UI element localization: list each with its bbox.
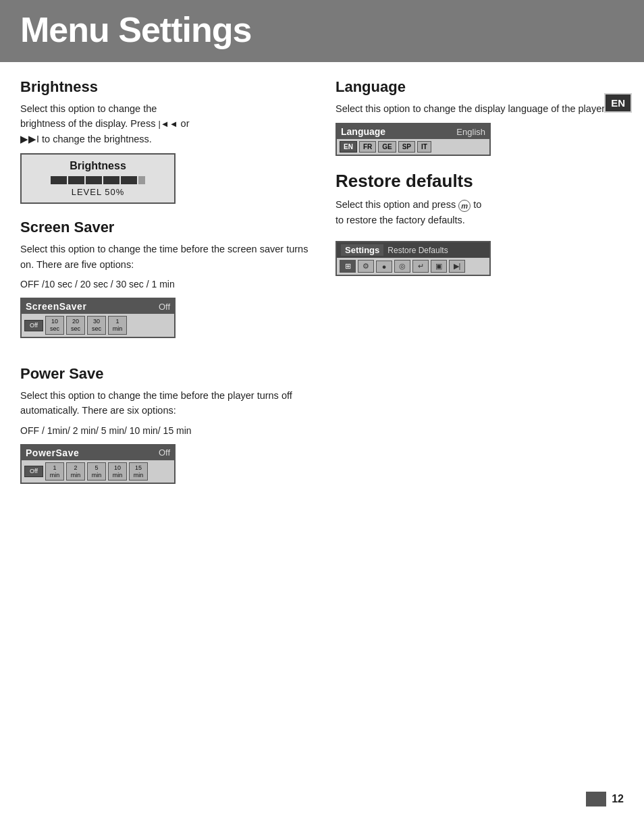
restore-defaults-description: Select this option and press m to to res… xyxy=(336,197,624,227)
settings-screen: Settings Restore Defaults ⊞ ⚙ ● ◎ ↵ ▣ ▶| xyxy=(336,241,491,276)
ps-option-2min: 2min xyxy=(66,462,85,481)
brightness-screen-title: Brightness xyxy=(28,160,167,172)
language-screen: Language English EN FR GE SP IT xyxy=(336,123,491,156)
page-number: 12 xyxy=(612,793,624,805)
ss-option-10sec: 10sec xyxy=(45,316,64,335)
lang-it: IT xyxy=(417,141,431,153)
settings-icon-square: ▣ xyxy=(431,260,447,273)
brightness-bar xyxy=(28,176,167,184)
settings-icon-enter: ↵ xyxy=(412,260,429,273)
en-badge: EN xyxy=(604,93,632,113)
brightness-section: Brightness Select this option to change … xyxy=(20,78,308,204)
page-header: Menu Settings xyxy=(0,0,644,62)
bar-seg-2 xyxy=(68,176,84,184)
restore-to-text: to xyxy=(473,199,481,210)
settings-icon-gear: ⚙ xyxy=(358,260,374,273)
brightness-screen: Brightness LEVEL 50% xyxy=(20,153,176,204)
language-screen-title: Language xyxy=(341,126,385,137)
ss-option-20sec: 20sec xyxy=(66,316,85,335)
screen-saver-heading: Screen Saver xyxy=(20,219,308,236)
screen-saver-screen-bottom: Off 10sec 20sec 30sec 1min xyxy=(22,314,174,337)
ps-option-5min: 5min xyxy=(87,462,106,481)
screen-saver-screen-title: ScreenSaver xyxy=(26,301,86,312)
brightness-level: LEVEL 50% xyxy=(28,187,167,197)
language-section: Language Select this option to change th… xyxy=(336,78,624,156)
skip-back-icon: |◄◄ xyxy=(158,119,178,130)
settings-icon-circle: ● xyxy=(376,261,392,273)
screen-saver-options: OFF /10 sec / 20 sec / 30 sec / 1 min xyxy=(20,279,308,290)
screen-saver-description: Select this option to change the time be… xyxy=(20,242,308,272)
lang-fr: FR xyxy=(359,141,376,153)
settings-screen-bottom: ⊞ ⚙ ● ◎ ↵ ▣ ▶| xyxy=(337,258,489,275)
power-save-description: Select this option to change the time be… xyxy=(20,388,308,418)
ps-option-15min: 15min xyxy=(129,462,148,481)
settings-icon-play: ▶| xyxy=(449,260,465,273)
ps-option-off: Off xyxy=(24,466,43,477)
power-save-heading: Power Save xyxy=(20,365,308,383)
settings-icon-grid: ⊞ xyxy=(340,260,356,273)
page-number-area: 12 xyxy=(586,792,624,807)
right-column: Language Select this option to change th… xyxy=(336,78,624,511)
settings-screen-top: Settings Restore Defaults xyxy=(337,242,489,258)
lang-ge: GE xyxy=(378,141,396,153)
language-screen-value: English xyxy=(456,127,485,137)
settings-restore-text: Restore Defaults xyxy=(387,246,448,255)
bar-seg-5 xyxy=(121,176,137,184)
page-number-box xyxy=(586,792,606,807)
power-save-screen-title: PowerSave xyxy=(26,447,79,458)
bar-seg-1 xyxy=(51,176,67,184)
restore-defaults-heading: Restore defaults xyxy=(336,171,624,192)
language-heading: Language xyxy=(336,78,624,96)
power-save-options: OFF / 1min/ 2 min/ 5 min/ 10 min/ 15 min xyxy=(20,425,308,436)
brightness-heading: Brightness xyxy=(20,78,308,96)
screen-saver-screen: ScreenSaver Off Off 10sec 20sec 30sec 1m… xyxy=(20,298,176,338)
ss-option-off: Off xyxy=(24,320,43,331)
lang-sp: SP xyxy=(398,141,415,153)
ss-option-30sec: 30sec xyxy=(87,316,106,335)
page-title: Menu Settings xyxy=(20,12,624,47)
language-screen-bottom: EN FR GE SP IT xyxy=(337,139,489,155)
power-save-screen-top: PowerSave Off xyxy=(22,445,174,460)
bar-seg-3 xyxy=(86,176,102,184)
power-save-screen: PowerSave Off Off 1min 2min 5min 10min 1… xyxy=(20,444,176,485)
screen-saver-section: Screen Saver Select this option to chang… xyxy=(20,219,308,353)
screen-saver-screen-value: Off xyxy=(159,302,170,312)
lang-en: EN xyxy=(340,141,357,153)
settings-icon-target: ◎ xyxy=(394,260,410,273)
screen-saver-screen-top: ScreenSaver Off xyxy=(22,299,174,314)
ps-option-10min: 10min xyxy=(108,462,127,481)
content-area: Brightness Select this option to change … xyxy=(0,62,644,531)
power-save-screen-value: Off xyxy=(159,447,170,458)
brightness-body-line3: ▶▶I to change the brightness. xyxy=(20,134,152,144)
brightness-description: Select this option to change the brightn… xyxy=(20,101,308,146)
restore-defaults-section: Restore defaults Select this option and … xyxy=(336,171,624,276)
language-description: Select this option to change the display… xyxy=(336,101,624,116)
language-screen-top: Language English xyxy=(337,124,489,139)
power-save-section: Power Save Select this option to change … xyxy=(20,365,308,499)
ss-option-1min: 1min xyxy=(108,316,127,335)
settings-tab: Settings xyxy=(341,244,383,256)
power-save-screen-bottom: Off 1min 2min 5min 10min 15min xyxy=(22,460,174,483)
bar-seg-4 xyxy=(103,176,119,184)
ps-option-1min: 1min xyxy=(45,462,64,481)
left-column: Brightness Select this option to change … xyxy=(20,78,308,511)
bar-seg-6 xyxy=(138,176,145,184)
m-button-icon: m xyxy=(458,200,471,212)
